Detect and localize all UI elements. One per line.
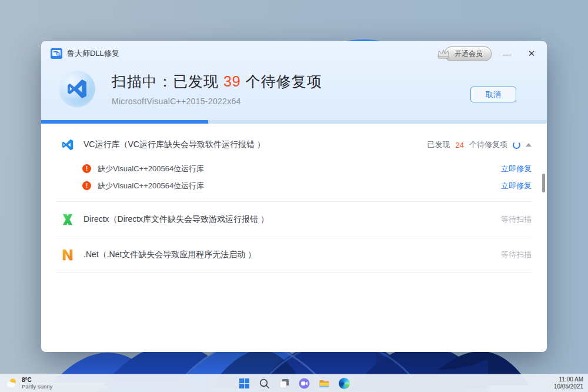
- found-suffix: 个待修复项: [469, 139, 507, 150]
- titlebar: 鲁大师DLL修复 开通会员 — ✕: [41, 41, 547, 66]
- found-prefix: 已发现: [427, 139, 450, 150]
- group-title: .Net（.Net文件缺失会导致应用程序无法启动 ）: [83, 250, 501, 260]
- chat-icon[interactable]: [299, 378, 310, 389]
- windows-start-icon[interactable]: [239, 378, 250, 389]
- scan-status-text: 扫描中：已发现 39 个待修复项 MicrosoftVisualC++2015-…: [112, 72, 322, 106]
- repair-item: ! 缺少VisualC++200564位运行库 立即修复: [41, 160, 547, 177]
- group-status-dotnet: 等待扫描: [501, 250, 532, 260]
- weather-icon: [5, 377, 18, 389]
- fix-now-link[interactable]: 立即修复: [501, 164, 532, 174]
- edge-browser-icon[interactable]: [339, 378, 350, 389]
- group-title: Directx（Directx库文件缺失会导致游戏运行报错 ）: [83, 214, 501, 225]
- dotnet-icon: [61, 248, 74, 261]
- taskbar-date: 10/05/2021: [554, 383, 583, 390]
- group-row-vc[interactable]: VC运行库（VC运行库缺失会导致软件运行报错 ） 已发现 24 个待修复项: [41, 129, 547, 160]
- app-identity: 鲁大师DLL修复: [51, 48, 119, 59]
- directx-icon: [61, 213, 74, 226]
- collapse-caret-icon[interactable]: [526, 143, 532, 147]
- cancel-button[interactable]: 取消: [470, 87, 516, 102]
- weather-widget[interactable]: 8°C Partly sunny: [5, 377, 52, 390]
- repair-list: VC运行库（VC运行库缺失会导致软件运行报错 ） 已发现 24 个待修复项 ! …: [41, 124, 547, 273]
- crown-icon: [436, 48, 450, 59]
- row-divider: [56, 272, 532, 273]
- clock-widget[interactable]: 11:00 AM 10/05/2021: [554, 376, 583, 390]
- desktop: 鲁大师DLL修复 开通会员 — ✕: [0, 0, 588, 392]
- visual-studio-icon: [61, 138, 74, 151]
- group-title: VC运行库（VC运行库缺失会导致软件运行报错 ）: [83, 139, 427, 150]
- weather-temperature: 8°C: [22, 377, 52, 383]
- weather-text: 8°C Partly sunny: [22, 377, 52, 390]
- repair-item: ! 缺少VisualC++200564位运行库 立即修复: [41, 177, 547, 194]
- app-logo-icon: [51, 48, 62, 59]
- scan-title-prefix: 扫描中：已发现: [112, 73, 223, 89]
- repair-item-text: 缺少VisualC++200564位运行库: [98, 181, 501, 191]
- alert-icon: !: [82, 181, 91, 190]
- minimize-button[interactable]: —: [497, 45, 516, 62]
- scan-found-count: 39: [223, 73, 241, 89]
- scrollbar-thumb[interactable]: [542, 174, 545, 192]
- group-status-directx: 等待扫描: [501, 214, 532, 225]
- scan-current-item: MicrosoftVisualC++2015-2022x64: [112, 97, 322, 106]
- search-icon[interactable]: [259, 378, 270, 389]
- repair-item-text: 缺少VisualC++200564位运行库: [98, 164, 501, 174]
- file-explorer-icon[interactable]: [319, 378, 330, 389]
- scan-status-title: 扫描中：已发现 39 个待修复项: [112, 72, 322, 91]
- task-view-icon[interactable]: [279, 378, 290, 389]
- taskbar: 8°C Partly sunny: [0, 374, 588, 392]
- vip-membership-button[interactable]: 开通会员: [445, 46, 492, 61]
- group-row-dotnet[interactable]: .Net（.Net文件缺失会导致应用程序无法启动 ） 等待扫描: [41, 237, 547, 272]
- found-count: 24: [456, 141, 464, 150]
- scan-header: 扫描中：已发现 39 个待修复项 MicrosoftVisualC++2015-…: [41, 66, 547, 120]
- taskbar-time: 11:00 AM: [554, 376, 583, 383]
- weather-condition: Partly sunny: [22, 383, 52, 390]
- fix-now-link[interactable]: 立即修复: [501, 181, 532, 191]
- scan-title-suffix: 个待修复项: [241, 73, 322, 89]
- visual-studio-sphere-icon: [59, 71, 95, 107]
- dll-repair-window: 鲁大师DLL修复 开通会员 — ✕: [41, 41, 547, 352]
- group-row-directx[interactable]: Directx（Directx库文件缺失会导致游戏运行报错 ） 等待扫描: [41, 202, 547, 237]
- window-header-area: 鲁大师DLL修复 开通会员 — ✕: [41, 41, 547, 124]
- group-status-vc: 已发现 24 个待修复项: [427, 139, 532, 150]
- close-button[interactable]: ✕: [522, 45, 541, 62]
- alert-icon: !: [82, 164, 91, 173]
- scanning-spinner-icon: [513, 141, 520, 149]
- app-title: 鲁大师DLL修复: [67, 48, 119, 59]
- titlebar-controls: 开通会员 — ✕: [436, 45, 541, 62]
- taskbar-icons: [239, 378, 350, 389]
